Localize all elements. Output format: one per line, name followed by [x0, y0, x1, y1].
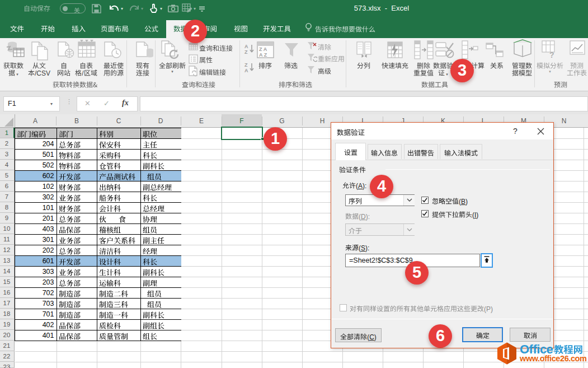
svg-text:A: A: [244, 44, 248, 49]
svg-text:Z: Z: [244, 49, 248, 54]
svg-text:Z A: Z A: [259, 46, 267, 52]
svg-text:A Z: A Z: [259, 52, 267, 58]
svg-text:?: ?: [549, 50, 554, 58]
